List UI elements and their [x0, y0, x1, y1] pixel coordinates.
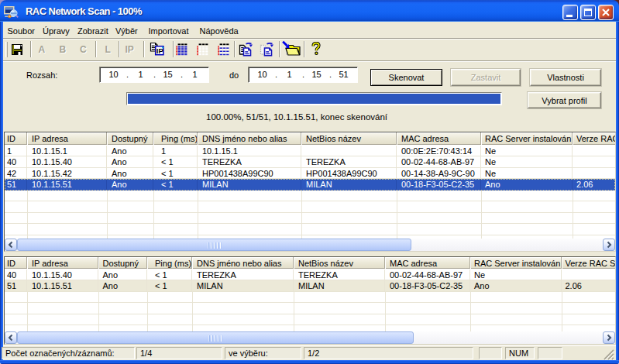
- svg-text:IP: IP: [156, 46, 164, 55]
